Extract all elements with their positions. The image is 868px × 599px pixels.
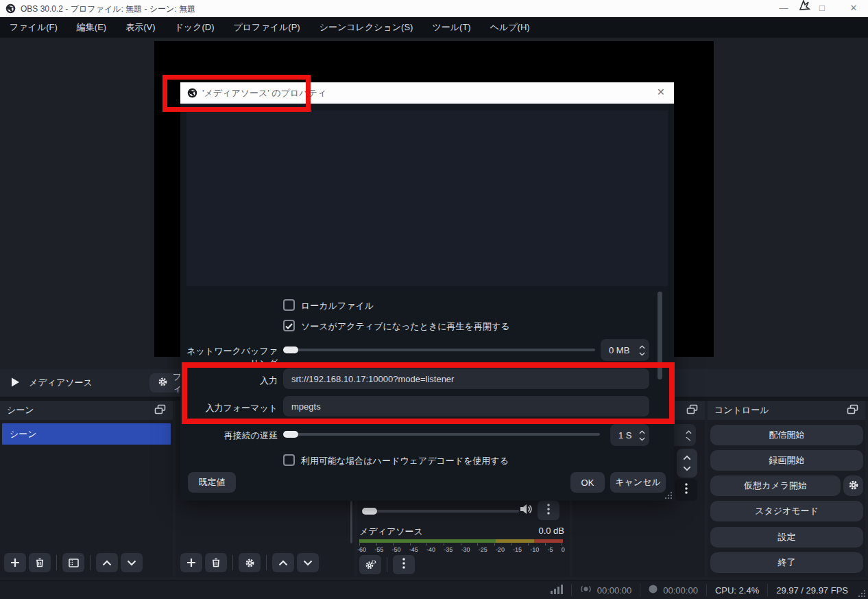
kebab-icon [547,504,550,517]
mixer-channel-menu-button[interactable] [538,501,559,520]
source-down-button[interactable] [297,553,319,572]
menu-profile[interactable]: プロファイル(P) [224,17,309,38]
kebab-icon [685,483,688,497]
volume-meter-scale: -60-55-50-45-40-35-30-25-20-15-10-50 [357,546,565,553]
scene-list-item[interactable]: シーン [2,423,171,445]
reconnect-delay-spinbox[interactable]: 1 S [610,424,649,446]
maximize-button[interactable]: □ [806,3,838,13]
network-buffering-slider-handle[interactable] [283,347,298,353]
restart-playback-checkbox[interactable] [283,320,295,331]
hw-decode-checkbox[interactable] [283,454,295,466]
reconnect-delay-slider-handle[interactable] [283,431,298,438]
source-properties-toolbar-button[interactable] [239,553,261,572]
updown-buttons-fragment[interactable] [677,449,697,478]
exit-button[interactable]: 終了 [710,552,863,573]
menu-bar: ファイル(F) 編集(E) 表示(V) ドック(D) プロファイル(P) シーン… [0,17,868,38]
menu-file[interactable]: ファイル(F) [0,17,67,38]
record-status-icon [649,585,658,596]
menu-edit[interactable]: 編集(E) [67,17,116,38]
mixer-menu-button[interactable] [393,555,415,574]
mixer-volume-db: 0.0 dB [522,526,564,536]
gear-icon [848,480,859,493]
kebab-icon [402,558,405,572]
toolbar-divider [387,557,387,572]
volume-meter [359,539,563,543]
ok-button[interactable]: OK [570,472,605,493]
network-buffering-spinbox[interactable]: 0 MB [601,339,649,361]
start-recording-button[interactable]: 録画開始 [710,450,863,471]
stream-time-segment: 00:00:00 [580,584,632,596]
local-file-checkbox[interactable] [283,299,295,311]
source-up-button[interactable] [272,553,294,572]
window-titlebar: OBS 30.0.2 - プロファイル: 無題 - シーン: 無題 — □ ✕ [0,0,868,17]
check-icon [285,320,293,332]
defaults-button[interactable]: 既定値 [188,472,236,493]
volume-slider-track[interactable] [364,510,519,513]
popout-icon[interactable] [686,404,698,416]
annotation-box-input-fields [182,362,675,424]
window-title: OBS 30.0.2 - プロファイル: 無題 - シーン: 無題 [21,3,195,15]
remove-source-button[interactable] [205,553,227,572]
settings-button[interactable]: 設定 [710,527,863,548]
reconnect-delay-slider-track[interactable] [285,433,600,436]
toolbar-divider [266,555,267,570]
cancel-button[interactable]: キャンセル [610,472,666,493]
toolbar-divider [56,555,57,570]
menu-scene-collection[interactable]: シーンコレクション(S) [310,17,423,38]
hw-decode-label: 利用可能な場合はハードウェアデコードを使用する [301,455,509,467]
popout-icon[interactable] [847,404,858,416]
menu-docks[interactable]: ドック(D) [165,17,224,38]
dialog-source-preview [186,110,668,286]
virtual-camera-settings-button[interactable] [843,475,863,496]
add-source-button[interactable] [180,553,202,572]
obs-main-window: OBS 30.0.2 - プロファイル: 無題 - シーン: 無題 — □ ✕ … [0,0,868,599]
status-divider [571,584,572,596]
remove-scene-button[interactable] [29,553,51,572]
scenes-dock: シーン シーン [0,401,173,577]
window-resize-grip[interactable] [858,589,865,597]
status-divider [706,584,707,596]
advanced-audio-button[interactable] [359,555,381,574]
scenes-toolbar [4,553,143,572]
scene-down-button[interactable] [121,553,143,572]
toolbar-divider [232,555,233,570]
start-virtual-camera-button[interactable]: 仮想カメラ開始 [710,475,841,496]
reconnect-delay-label: 再接続の遅延 [180,430,278,442]
volume-slider-handle[interactable] [362,508,377,515]
spinner-arrows[interactable] [639,430,645,441]
status-divider [640,584,640,596]
dialog-close-icon[interactable]: ✕ [657,86,665,97]
menu-view[interactable]: 表示(V) [116,17,165,38]
local-file-label: ローカルファイル [301,300,374,312]
scene-filters-button[interactable] [62,553,84,572]
more-options-button-fragment[interactable] [675,479,697,501]
toolbar-divider [90,555,91,570]
obs-logo-icon [5,3,16,16]
play-icon[interactable] [10,377,21,390]
record-time-segment: 00:00:00 [649,585,698,596]
status-bar: 00:00:00 00:00:00 CPU: 2.4% 29.97 / 29.9… [0,580,868,599]
menu-help[interactable]: ヘルプ(H) [481,17,540,38]
spinner-arrows[interactable] [639,345,645,355]
mixer-toolbar [359,555,415,574]
add-scene-button[interactable] [4,553,26,572]
signal-bars-icon [551,585,563,596]
controls-dock-header: コントロール [708,401,865,420]
studio-mode-button[interactable]: スタジオモード [710,501,863,521]
speaker-icon[interactable] [519,503,533,518]
dialog-resize-grip[interactable] [664,491,672,499]
minimize-button[interactable]: — [768,3,799,13]
start-streaming-button[interactable]: 配信開始 [710,425,863,445]
network-buffering-slider-track[interactable] [285,349,595,351]
sources-scrollbar[interactable] [350,501,352,543]
cpu-usage: CPU: 2.4% [715,585,759,596]
popout-icon[interactable] [154,404,166,416]
volume-meter-ticks [359,543,563,545]
menu-tools[interactable]: ツール(T) [422,17,480,38]
sources-toolbar [180,553,319,572]
close-window-button[interactable]: ✕ [838,3,868,13]
spinner-arrows[interactable] [686,430,692,441]
mixer-source-name: メディアソース [359,526,423,538]
status-divider [767,584,768,596]
scene-up-button[interactable] [96,553,118,572]
